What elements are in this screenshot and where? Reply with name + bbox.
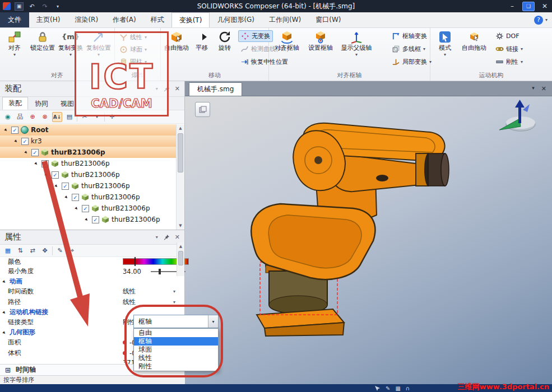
- visibility-sphere-icon[interactable]: ◉: [3, 112, 13, 122]
- pin-icon[interactable]: [163, 86, 170, 92]
- quick-access-chevron-icon[interactable]: ▾: [53, 2, 62, 11]
- select-pointer-icon[interactable]: [374, 385, 381, 391]
- property-row-time-function[interactable]: 时间函数 线性 ▾: [0, 286, 184, 297]
- pivot-transform-button[interactable]: 枢轴变换: [389, 30, 429, 42]
- tab-render[interactable]: 渲染(R): [67, 12, 105, 27]
- expander-icon[interactable]: ▸: [53, 182, 61, 190]
- help-button[interactable]: ?: [534, 16, 543, 25]
- visibility-checkbox[interactable]: ✓: [31, 149, 39, 156]
- section-expander-icon[interactable]: ▸: [1, 308, 8, 316]
- align-button[interactable]: 对齐▾: [1, 30, 28, 58]
- expander-icon[interactable]: ▸: [12, 137, 20, 145]
- panel-close-icon[interactable]: ✕: [175, 234, 180, 241]
- section-animation[interactable]: ▸ 动画: [0, 277, 184, 286]
- tab-geometry[interactable]: 几何图形(G): [210, 12, 262, 27]
- undo-icon[interactable]: ↶: [27, 2, 36, 11]
- visibility-checkbox[interactable]: ✓: [72, 194, 79, 201]
- scrollbar-thumb[interactable]: [178, 251, 183, 265]
- align-pivot-button[interactable]: 对齐枢轴: [271, 30, 303, 52]
- tab-close-icon[interactable]: ✕: [541, 85, 546, 92]
- dropdown-option[interactable]: 自由: [134, 329, 218, 337]
- dof-button[interactable]: DOF: [493, 30, 521, 42]
- mechanism-mode-button[interactable]: 模式▾: [433, 30, 457, 58]
- spherical-explode-button[interactable]: 球面▾: [117, 44, 149, 55]
- tab-style[interactable]: 样式: [143, 12, 171, 27]
- expander-icon[interactable]: ▸: [73, 204, 81, 212]
- orientation-triad-icon[interactable]: [495, 99, 542, 136]
- close-button[interactable]: ✕: [537, 0, 552, 12]
- swap-icon[interactable]: ⇄: [27, 246, 38, 256]
- property-row-path[interactable]: 路径 线性 ▾: [0, 297, 184, 307]
- gradient-marker[interactable]: [134, 257, 136, 266]
- save-icon[interactable]: ▣: [15, 2, 24, 11]
- section-expander-icon[interactable]: ▸: [1, 277, 8, 285]
- copy-position-button[interactable]: 复制位置▾: [85, 30, 112, 58]
- multi-wireframe-button[interactable]: 多线框▾: [389, 43, 428, 55]
- visibility-checkbox[interactable]: ✓: [11, 127, 18, 134]
- tree-item[interactable]: ▸ ✓ thurB213006p: [0, 158, 176, 169]
- tree-item[interactable]: ▸ ✓ thurB213006p: [0, 147, 176, 158]
- expander-icon[interactable]: ▸: [33, 160, 40, 167]
- property-row-min-angle[interactable]: 最小角度 34.00: [0, 266, 184, 277]
- mechanism-free-drag-button[interactable]: 自由拖动: [460, 30, 489, 52]
- minimize-button[interactable]: –: [505, 0, 519, 12]
- tree-item[interactable]: ▸ ✓ thurB213006p: [0, 214, 176, 225]
- slider-knob[interactable]: [159, 269, 161, 274]
- translate-button[interactable]: 平移: [191, 30, 212, 52]
- tree-item[interactable]: ▸ ✓ thurB213006p: [0, 180, 176, 192]
- axis-cube-icon[interactable]: ✛: [107, 112, 117, 122]
- capture-view-button[interactable]: [195, 102, 210, 117]
- panel-menu-chevron-icon[interactable]: ▾: [156, 235, 158, 240]
- expander-icon[interactable]: ▸: [83, 216, 91, 223]
- tab-transform[interactable]: 变换(T): [171, 12, 210, 27]
- document-tab[interactable]: 机械手.smg: [189, 82, 242, 96]
- panel-menu-chevron-icon[interactable]: ▾: [156, 86, 158, 91]
- scrollbar-thumb[interactable]: [178, 133, 183, 172]
- hierarchy-icon[interactable]: 品: [15, 112, 25, 122]
- add-actor-icon[interactable]: ⊕: [27, 112, 38, 122]
- target-icon[interactable]: ⌖: [67, 246, 77, 256]
- expander-icon[interactable]: ▸: [2, 126, 10, 134]
- maximize-button[interactable]: ❏: [522, 2, 535, 11]
- remove-actor-icon[interactable]: ⊗: [40, 112, 50, 122]
- move-cross-icon[interactable]: ✥: [40, 246, 50, 256]
- pin-icon[interactable]: [163, 234, 170, 241]
- visibility-checkbox[interactable]: ✓: [52, 171, 59, 179]
- copy-transform-button[interactable]: {m} 复制变换▾: [57, 30, 84, 58]
- dropdown-option-selected[interactable]: 枢轴: [134, 337, 218, 346]
- sort-alphabetical-icon[interactable]: A↓: [52, 112, 62, 122]
- tab-author[interactable]: 作者(A): [105, 12, 143, 27]
- help-chevron-icon[interactable]: ▾: [545, 17, 548, 22]
- more-chevron-icon[interactable]: ▾: [92, 112, 102, 122]
- scroll-up-icon[interactable]: ▲: [177, 242, 184, 250]
- expander-icon[interactable]: ▸: [63, 193, 71, 201]
- panel-close-icon[interactable]: ✕: [175, 85, 180, 92]
- grid-icon[interactable]: ▦: [395, 385, 400, 391]
- properties-scrollbar[interactable]: ▲: [177, 242, 184, 276]
- dropdown-chevron-icon[interactable]: ▾: [173, 289, 175, 294]
- tree-item[interactable]: ▸ ✓ kr3: [0, 136, 176, 147]
- tree-scrollbar[interactable]: ▲ ▼: [176, 124, 184, 230]
- tab-home[interactable]: 主页(H): [29, 12, 67, 27]
- combobox-chevron-icon[interactable]: ▾: [208, 315, 218, 328]
- visibility-checkbox[interactable]: ✓: [62, 183, 69, 190]
- tab-window[interactable]: 窗口(W): [308, 12, 348, 27]
- dropdown-option[interactable]: 球面: [134, 346, 218, 354]
- dropdown-option[interactable]: 刚性: [134, 362, 218, 371]
- set-pivot-button[interactable]: 设置枢轴: [305, 30, 336, 52]
- grid-view-icon[interactable]: ▦: [3, 246, 13, 256]
- tab-views[interactable]: 视图: [55, 98, 80, 110]
- expander-icon[interactable]: ▸: [43, 171, 50, 179]
- link-type-combobox[interactable]: 枢轴 ▾: [133, 315, 219, 328]
- free-drag-button[interactable]: 自由拖动: [163, 30, 190, 52]
- edit-pencil-icon[interactable]: ✎: [386, 385, 390, 391]
- section-expander-icon[interactable]: ▸: [1, 328, 8, 336]
- tab-workshop[interactable]: 工作间(W): [262, 12, 308, 27]
- tab-assembly[interactable]: 装配: [2, 97, 28, 110]
- tree-item[interactable]: ▸ ✓ thurB213006p: [0, 192, 176, 203]
- tab-list-chevron-icon[interactable]: ▾: [532, 85, 535, 92]
- rigid-button[interactable]: 刚性▾: [493, 56, 525, 68]
- cylindrical-explode-button[interactable]: 圆柱▾: [117, 56, 149, 68]
- tab-collaboration[interactable]: 协同: [29, 98, 54, 110]
- lock-position-button[interactable]: 锁定位置: [29, 30, 56, 52]
